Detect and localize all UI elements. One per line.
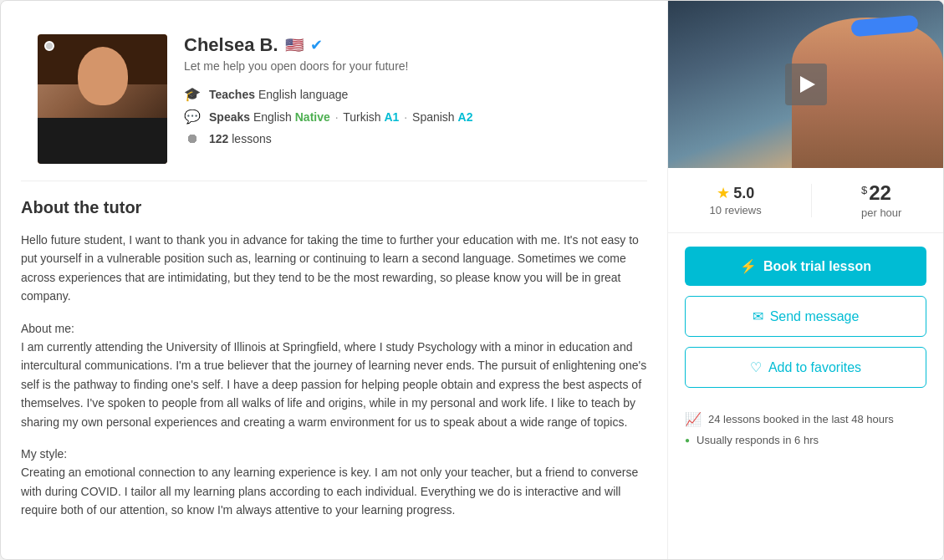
record-icon: ⏺ bbox=[184, 131, 201, 146]
profile-info: Chelsea B. 🇺🇸 ✔ Let me help you open doo… bbox=[184, 34, 630, 164]
send-message-button[interactable]: ✉ Send message bbox=[685, 296, 926, 337]
lessons-booked-text: 24 lessons booked in the last 48 hours bbox=[708, 413, 894, 425]
heart-icon: ♡ bbox=[750, 359, 762, 375]
reviews-count: 10 reviews bbox=[710, 204, 762, 216]
star-icon: ★ bbox=[717, 184, 730, 202]
stats-section: 📈 24 lessons booked in the last 48 hours… bbox=[668, 401, 943, 463]
action-buttons: ⚡ Book trial lesson ✉ Send message ♡ Add… bbox=[668, 233, 943, 401]
main-content: Chelsea B. 🇺🇸 ✔ Let me help you open doo… bbox=[1, 1, 943, 559]
add-favorites-label: Add to favorites bbox=[768, 360, 861, 375]
price-row: $ 22 bbox=[861, 181, 901, 205]
add-favorites-button[interactable]: ♡ Add to favorites bbox=[685, 347, 926, 388]
speaks-row: 💬 Speaks English Native · Turkish A1 · S… bbox=[184, 109, 630, 125]
spanish-level-badge: A2 bbox=[458, 110, 473, 124]
rating-number: 5.0 bbox=[733, 185, 754, 202]
play-icon bbox=[800, 76, 815, 93]
turkish-level-badge: A1 bbox=[384, 110, 399, 124]
profile-header: Chelsea B. 🇺🇸 ✔ Let me help you open doo… bbox=[21, 18, 647, 181]
trending-icon: 📈 bbox=[685, 411, 702, 427]
rating-price-row: ★ 5.0 10 reviews $ 22 per hour bbox=[668, 168, 943, 233]
lessons-count-text: 122 lessons bbox=[209, 132, 272, 145]
about-paragraph-3: My style: Creating an emotional connecti… bbox=[21, 445, 647, 520]
right-panel-inner: ★ 5.0 10 reviews $ 22 per hour bbox=[668, 1, 943, 463]
tutor-name-row: Chelsea B. 🇺🇸 ✔ bbox=[184, 34, 630, 56]
response-time-stat: ● Usually responds in 6 hrs bbox=[685, 434, 926, 446]
page-container: Chelsea B. 🇺🇸 ✔ Let me help you open doo… bbox=[0, 0, 944, 560]
send-message-label: Send message bbox=[770, 309, 860, 324]
english-level-badge: Native bbox=[295, 110, 330, 124]
teaches-row: 🎓 Teaches English language bbox=[184, 86, 630, 102]
tutor-video[interactable] bbox=[668, 1, 943, 168]
response-time-text: Usually responds in 6 hrs bbox=[697, 434, 819, 446]
price-dollar-sign: $ bbox=[861, 184, 867, 196]
lessons-booked-stat: 📈 24 lessons booked in the last 48 hours bbox=[685, 411, 926, 427]
graduation-icon: 🎓 bbox=[184, 86, 201, 102]
speech-icon: 💬 bbox=[184, 109, 201, 125]
avatar-body bbox=[38, 118, 167, 164]
play-button[interactable] bbox=[785, 64, 827, 105]
rating-block: ★ 5.0 10 reviews bbox=[710, 184, 762, 216]
price-amount: 22 bbox=[869, 181, 891, 205]
about-section: About the tutor Hello future student, I … bbox=[21, 181, 647, 519]
about-title: About the tutor bbox=[21, 198, 647, 217]
tutor-tagline: Let me help you open doors for your futu… bbox=[184, 59, 630, 73]
tutor-name: Chelsea B. bbox=[184, 34, 278, 56]
rating-stars-row: ★ 5.0 bbox=[710, 184, 762, 202]
book-trial-button[interactable]: ⚡ Book trial lesson bbox=[685, 247, 926, 286]
avatar-face bbox=[78, 47, 128, 105]
avatar-image bbox=[38, 34, 167, 164]
green-dot-icon: ● bbox=[685, 435, 690, 445]
envelope-icon: ✉ bbox=[753, 308, 763, 324]
flag-us-icon: 🇺🇸 bbox=[285, 36, 304, 54]
avatar bbox=[38, 34, 167, 164]
divider bbox=[811, 184, 812, 217]
book-trial-label: Book trial lesson bbox=[763, 259, 871, 274]
about-paragraph-1: Hello future student, I want to thank yo… bbox=[21, 231, 647, 306]
teaches-label: Teaches English language bbox=[209, 88, 348, 101]
right-panel: ★ 5.0 10 reviews $ 22 per hour bbox=[667, 1, 943, 559]
verified-icon: ✔ bbox=[310, 36, 323, 54]
left-panel: Chelsea B. 🇺🇸 ✔ Let me help you open doo… bbox=[1, 1, 667, 559]
price-per-hour: per hour bbox=[861, 206, 901, 219]
lessons-row: ⏺ 122 lessons bbox=[184, 131, 630, 146]
bolt-icon: ⚡ bbox=[740, 258, 757, 274]
about-paragraph-2: About me: I am currently attending the U… bbox=[21, 319, 647, 431]
online-indicator bbox=[44, 41, 54, 51]
speaks-info: Speaks English Native · Turkish A1 · Spa… bbox=[209, 110, 472, 124]
price-block: $ 22 per hour bbox=[861, 181, 901, 219]
